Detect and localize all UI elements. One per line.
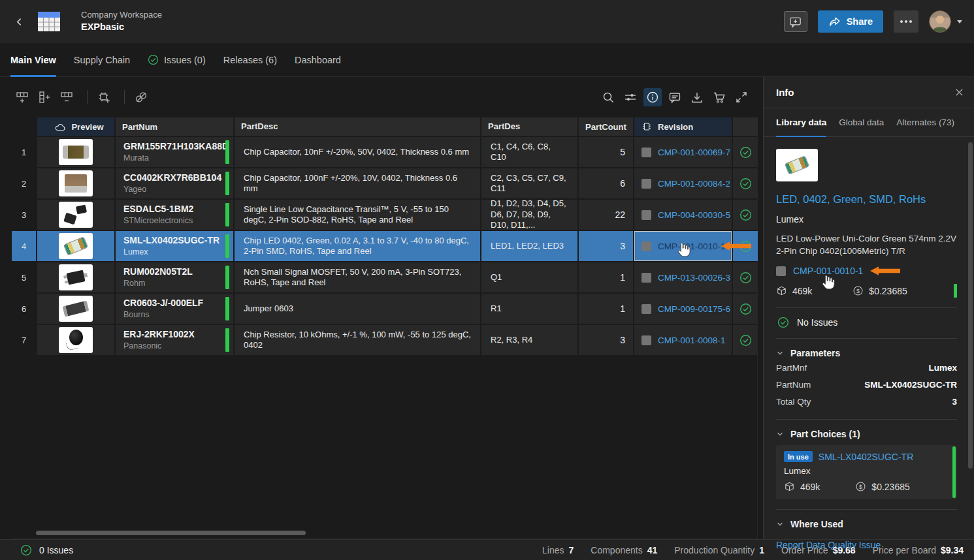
row-number[interactable]: 1	[12, 137, 36, 167]
partnum-cell[interactable]: RUM002N05T2L Rohm	[116, 262, 233, 292]
partdes-cell[interactable]: LED1, LED2, LED3	[481, 231, 577, 261]
part-title-link[interactable]: LED, 0402, Green, SMD, RoHs	[776, 193, 957, 206]
revision-checkbox[interactable]	[641, 148, 651, 157]
partdes-cell[interactable]: C1, C4, C6, C8, C10	[481, 137, 577, 167]
partnum-cell[interactable]: ERJ-2RKF1002X Panasonic	[116, 325, 233, 355]
revision-link[interactable]: CMP-013-00026-3	[658, 273, 730, 283]
tab-dashboard[interactable]: Dashboard	[295, 43, 341, 76]
revision-checkbox[interactable]	[641, 304, 651, 314]
tab-issues-0[interactable]: Issues (0)	[148, 43, 206, 76]
revision-link[interactable]: CMP-001-00069-7	[658, 148, 730, 157]
download-button[interactable]	[688, 88, 706, 106]
partnum-cell[interactable]: SML-LX0402SUGC-TR Lumex	[116, 231, 233, 261]
revision-link[interactable]: CMP-004-00030-5	[658, 210, 730, 220]
revision-cell[interactable]: CMP-013-00026-3	[634, 262, 732, 292]
parameters-section-header[interactable]: Parameters	[776, 348, 957, 358]
partcount-cell[interactable]: 3	[579, 325, 633, 355]
info-button[interactable]	[643, 88, 662, 106]
partdes-cell[interactable]: Q1	[481, 262, 577, 292]
add-comment-button[interactable]	[784, 11, 807, 32]
partnum-column-header[interactable]: PartNum	[116, 117, 233, 136]
partnum-cell[interactable]: GRM155R71H103KA88D Murata	[116, 137, 233, 167]
panel-scrollbar[interactable]	[968, 142, 973, 469]
revision-checkbox[interactable]	[641, 273, 651, 283]
part-preview-cell[interactable]	[37, 325, 114, 355]
revision-checkbox[interactable]	[641, 179, 651, 189]
partdes-cell[interactable]: R1	[481, 294, 577, 324]
panel-tab-global-data[interactable]: Global data	[839, 108, 884, 136]
add-column-button[interactable]	[35, 88, 54, 106]
revision-cell[interactable]: CMP-009-00175-6	[634, 294, 732, 324]
add-part-button[interactable]	[95, 88, 113, 106]
revision-cell[interactable]: CMP-004-00030-5	[634, 200, 732, 230]
partdesc-cell[interactable]: Nch Small Signal MOSFET, 50 V, 200 mA, 3…	[235, 262, 480, 292]
partcount-cell[interactable]: 3	[579, 231, 633, 261]
revision-checkbox[interactable]	[641, 335, 651, 345]
part-preview-cell[interactable]	[37, 168, 114, 198]
partcount-cell[interactable]: 1	[579, 262, 633, 292]
partdesc-cell[interactable]: Chip LED 0402, Green, 0.02 A, 3.1 to 3.7…	[235, 231, 480, 261]
comment-button[interactable]	[666, 88, 684, 106]
tab-main-view[interactable]: Main View	[10, 43, 56, 76]
cart-button[interactable]	[710, 88, 728, 106]
partdesc-cell[interactable]: Chip Capacitor, 10nF +/-20%, 50V, 0402, …	[235, 137, 480, 167]
tab-releases-6[interactable]: Releases (6)	[223, 43, 277, 76]
panel-tab-alternates-73[interactable]: Alternates (73)	[896, 108, 954, 136]
row-number[interactable]: 6	[12, 294, 36, 324]
revision-column-header[interactable]: Revision	[634, 117, 732, 136]
report-data-quality-link[interactable]: Report Data Quality Issue	[776, 540, 957, 550]
partcount-cell[interactable]: 1	[579, 294, 633, 324]
partdesc-cell[interactable]: Chip Resistor, 10 kOhms, +/-1 %, 100 mW,…	[235, 325, 480, 355]
partdes-column-header[interactable]: PartDes	[481, 117, 577, 136]
part-choices-section-header[interactable]: Part Choices (1)	[776, 429, 957, 439]
part-preview-cell[interactable]	[37, 231, 114, 261]
partcount-cell[interactable]: 6	[579, 168, 633, 198]
partdesc-cell[interactable]: Jumper 0603	[235, 294, 480, 324]
unlink-button[interactable]	[132, 88, 150, 106]
part-preview-cell[interactable]	[37, 137, 114, 167]
revision-link[interactable]: CMP-001-00084-2	[658, 179, 730, 189]
part-choice-card[interactable]: In use SML-LX0402SUGC-TR Lumex 469k $ $0…	[776, 445, 957, 499]
remove-line-button[interactable]	[57, 88, 76, 106]
revision-cell[interactable]: CMP-001-00069-7	[634, 137, 732, 167]
part-preview-cell[interactable]	[37, 200, 114, 230]
revision-cell[interactable]: CMP-001-00084-2	[634, 168, 732, 198]
partdes-cell[interactable]: D1, D2, D3, D4, D5, D6, D7, D8, D9, D10,…	[481, 200, 577, 230]
search-button[interactable]	[599, 88, 617, 106]
row-number[interactable]: 2	[12, 168, 36, 198]
row-number[interactable]: 7	[12, 325, 36, 355]
partcount-cell[interactable]: 22	[579, 200, 633, 230]
user-menu-caret-icon[interactable]	[957, 20, 962, 23]
revision-checkbox[interactable]	[776, 266, 786, 276]
row-number[interactable]: 4	[12, 231, 36, 261]
partcount-column-header[interactable]: PartCount	[579, 117, 633, 136]
partdes-cell[interactable]: R2, R3, R4	[481, 325, 577, 355]
share-button[interactable]: Share	[818, 10, 883, 33]
filter-button[interactable]	[621, 88, 640, 106]
tab-supply-chain[interactable]: Supply Chain	[74, 43, 130, 76]
revision-cell[interactable]: CMP-001-0008-1	[634, 325, 732, 355]
partdesc-cell[interactable]: Chip Capacitor, 100nF +/-20%, 10V, 0402,…	[235, 168, 480, 198]
row-number[interactable]: 5	[12, 262, 36, 292]
row-number[interactable]: 3	[12, 200, 36, 230]
revision-link[interactable]: CMP-001-0008-1	[658, 335, 726, 345]
add-line-button[interactable]	[13, 88, 31, 106]
partnum-cell[interactable]: ESDALC5-1BM2 STMicroelectronics	[116, 200, 233, 230]
close-icon[interactable]	[955, 88, 964, 97]
back-button[interactable]	[10, 13, 27, 30]
partnum-cell[interactable]: CC0402KRX7R6BB104 Yageo	[116, 168, 233, 198]
more-options-button[interactable]	[894, 10, 918, 33]
horizontal-scrollbar[interactable]	[36, 531, 306, 535]
part-choice-link[interactable]: SML-LX0402SUGC-TR	[819, 452, 914, 462]
preview-column-header[interactable]: Preview	[37, 117, 114, 136]
workspace-logo-icon[interactable]	[37, 9, 61, 34]
revision-checkbox[interactable]	[641, 241, 651, 251]
partnum-cell[interactable]: CR0603-J/-000ELF Bourns	[116, 294, 233, 324]
where-used-section-header[interactable]: Where Used	[776, 519, 957, 529]
revision-link[interactable]: CMP-009-00175-6	[658, 304, 730, 314]
part-preview-cell[interactable]	[37, 262, 114, 292]
partcount-cell[interactable]: 5	[579, 137, 633, 167]
panel-tab-library-data[interactable]: Library data	[776, 108, 826, 136]
user-avatar[interactable]	[929, 10, 951, 33]
fullscreen-button[interactable]	[732, 88, 751, 106]
